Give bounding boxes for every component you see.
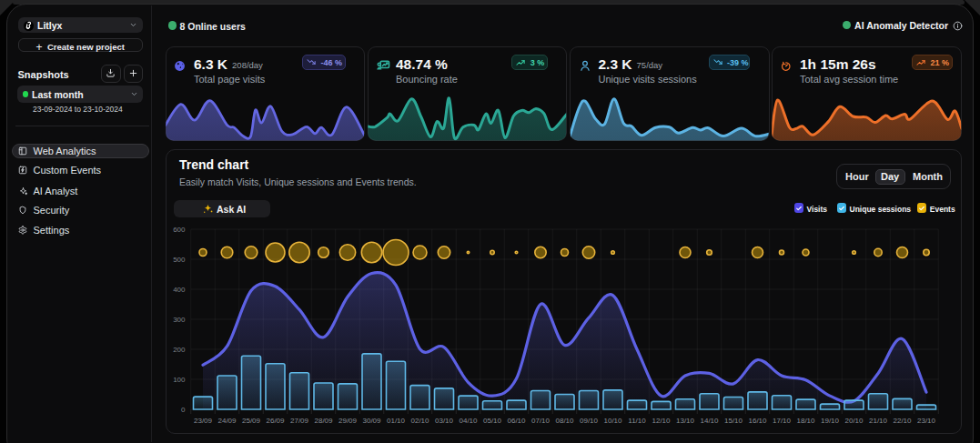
svg-text:23/09: 23/09: [194, 417, 213, 425]
svg-text:16/10: 16/10: [748, 417, 767, 425]
svg-text:12/10: 12/10: [652, 417, 671, 425]
svg-text:24/09: 24/09: [217, 417, 237, 425]
svg-text:18/10: 18/10: [796, 417, 815, 425]
svg-text:10/10: 10/10: [603, 417, 622, 425]
svg-text:100: 100: [173, 376, 186, 384]
svg-text:04/10: 04/10: [459, 417, 478, 425]
svg-text:03/10: 03/10: [435, 417, 454, 425]
svg-text:09/10: 09/10: [580, 417, 599, 425]
svg-text:25/09: 25/09: [242, 417, 261, 425]
svg-text:01/10: 01/10: [387, 417, 406, 425]
svg-text:200: 200: [173, 346, 186, 354]
svg-text:17/10: 17/10: [773, 417, 792, 425]
svg-text:500: 500: [173, 256, 186, 264]
svg-text:11/10: 11/10: [628, 417, 646, 425]
svg-text:20/10: 20/10: [844, 417, 864, 425]
svg-text:400: 400: [173, 286, 186, 294]
svg-text:05/10: 05/10: [483, 417, 502, 425]
svg-text:06/10: 06/10: [507, 417, 526, 425]
svg-text:29/09: 29/09: [338, 417, 358, 425]
svg-text:300: 300: [173, 316, 186, 324]
svg-text:30/09: 30/09: [362, 417, 381, 425]
svg-text:23/10: 23/10: [917, 417, 936, 425]
svg-text:15/10: 15/10: [724, 417, 743, 425]
svg-text:28/09: 28/09: [314, 417, 333, 425]
svg-text:22/10: 22/10: [893, 417, 912, 425]
svg-text:600: 600: [173, 226, 186, 234]
svg-text:21/10: 21/10: [869, 417, 888, 425]
svg-text:13/10: 13/10: [676, 417, 695, 425]
svg-text:27/09: 27/09: [290, 417, 309, 425]
svg-text:08/10: 08/10: [555, 417, 574, 425]
svg-text:26/09: 26/09: [266, 417, 285, 425]
svg-text:07/10: 07/10: [531, 417, 551, 425]
svg-text:14/10: 14/10: [700, 417, 719, 425]
svg-text:19/10: 19/10: [821, 417, 840, 425]
svg-text:02/10: 02/10: [410, 417, 429, 425]
svg-text:0: 0: [181, 406, 186, 414]
